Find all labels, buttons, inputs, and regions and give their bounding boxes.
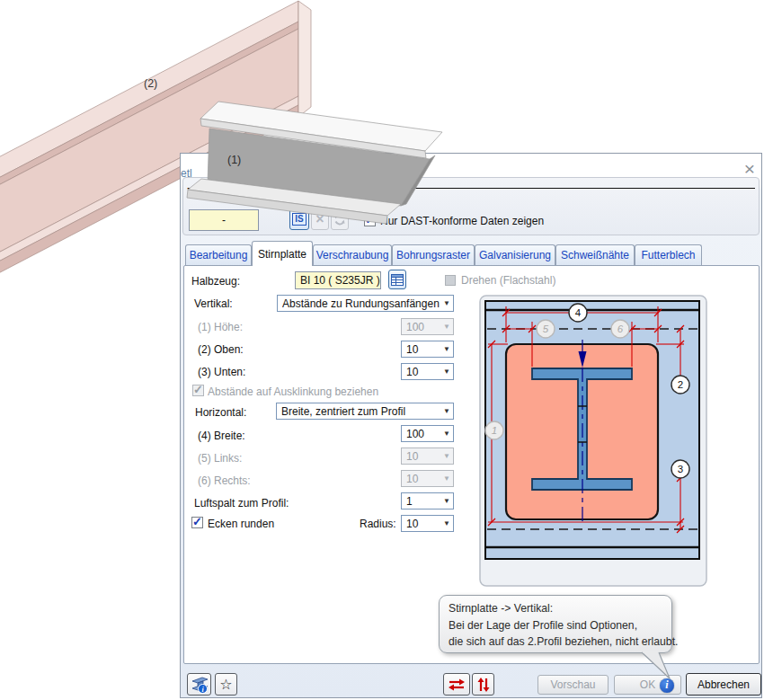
links-label: (5) Links: xyxy=(198,452,242,465)
swap-vertical-button[interactable] xyxy=(472,673,494,696)
svg-text:5: 5 xyxy=(543,323,549,334)
close-icon[interactable] xyxy=(742,162,758,178)
table-icon xyxy=(391,274,404,286)
chevron-down-icon xyxy=(443,474,450,483)
oben-select[interactable]: 10 xyxy=(401,341,454,358)
beam-1-3d-view: (1) xyxy=(175,90,454,234)
callout-4: 4 xyxy=(569,304,587,322)
svg-text:6: 6 xyxy=(617,323,624,334)
luftspalt-label: Luftspalt zum Profil: xyxy=(194,497,289,509)
svg-text:1: 1 xyxy=(492,425,497,436)
breite-select[interactable]: 100 xyxy=(401,425,454,442)
abbrechen-button[interactable]: Abbrechen xyxy=(686,673,761,696)
halbzeug-field[interactable]: BI 10 ( S235JR ) xyxy=(295,271,381,289)
horizontal-label: Horizontal: xyxy=(195,406,246,419)
tab-futterblech[interactable]: Futterblech xyxy=(635,244,702,265)
breite-label: (4) Breite: xyxy=(198,430,245,442)
drehen-checkbox[interactable] xyxy=(445,275,456,286)
halbzeug-label: Halbzeug: xyxy=(191,275,240,288)
chevron-down-icon xyxy=(443,452,450,460)
luftspalt-select[interactable]: 1 xyxy=(401,492,454,509)
vertikal-label: Vertikal: xyxy=(194,297,233,310)
callout-5: 5 xyxy=(537,320,555,338)
rechts-label: (6) Rechts: xyxy=(198,474,251,487)
validation-tooltip: Stirnplatte -> Vertikal: Bei der Lage de… xyxy=(439,595,672,653)
tab-galvanisierung[interactable]: Galvanisierung xyxy=(475,244,555,265)
radius-select[interactable]: 10 xyxy=(401,515,454,532)
svg-text:2: 2 xyxy=(678,379,683,390)
star-icon xyxy=(219,678,232,692)
tooltip-tail xyxy=(629,647,683,683)
hoehe-label: (1) Höhe: xyxy=(198,321,243,333)
links-select: 10 xyxy=(401,447,454,465)
hoehe-select: 100 xyxy=(401,318,454,335)
ausklinkung-checkbox xyxy=(192,385,204,396)
chevron-down-icon xyxy=(443,345,450,353)
beam-info-icon: i xyxy=(191,676,209,694)
radius-label: Radius: xyxy=(360,518,396,530)
unten-label: (3) Unten: xyxy=(198,366,245,378)
rechts-select: 10 xyxy=(401,470,454,487)
chevron-down-icon xyxy=(443,430,450,438)
ausklinkung-label: Abstände auf Ausklinkung beziehen xyxy=(208,385,378,398)
tab-schweissnaehte[interactable]: Schweißnähte xyxy=(555,244,635,265)
swap-horizontal-button[interactable] xyxy=(443,673,470,696)
halbzeug-browse-button[interactable] xyxy=(388,270,406,289)
endplate-preview-diagram: 4 5 6 2 1 3 xyxy=(479,295,707,587)
drehen-label: Drehen (Flachstahl) xyxy=(461,274,555,287)
oben-label: (2) Oben: xyxy=(198,343,244,356)
screen: (2) etl DAST - IS Nur DAST-konforme Da xyxy=(0,0,764,700)
tooltip-line-1: Stirnplatte -> Vertikal: xyxy=(449,600,671,617)
ecken-runden-checkbox[interactable] xyxy=(191,517,203,528)
swap-horizontal-icon xyxy=(448,678,466,692)
callout-6: 6 xyxy=(611,320,629,338)
svg-text:4: 4 xyxy=(575,307,582,318)
chevron-down-icon xyxy=(443,519,450,527)
swap-vertical-icon xyxy=(476,677,491,693)
vorschau-button[interactable]: Vorschau xyxy=(537,675,609,695)
favorites-button[interactable] xyxy=(215,673,237,696)
halbzeug-value: BI 10 ( S235JR ) xyxy=(296,274,380,287)
tooltip-line-2: Bei der Lage der Profile sind Optionen, xyxy=(449,617,671,634)
chevron-down-icon xyxy=(443,323,450,331)
horizontal-select[interactable]: Breite, zentriert zum Profil xyxy=(276,403,454,420)
unten-select[interactable]: 10 xyxy=(401,363,454,380)
tab-bohrungsraster[interactable]: Bohrungsraster xyxy=(392,244,475,265)
callout-1: 1 xyxy=(485,421,503,439)
tab-verschraubung[interactable]: Verschraubung xyxy=(313,244,392,265)
callout-3: 3 xyxy=(671,460,689,478)
part-info-button[interactable]: i xyxy=(187,673,211,696)
tab-bearbeitung[interactable]: Bearbeitung xyxy=(185,244,252,265)
chevron-down-icon xyxy=(443,497,450,505)
ecken-runden-label: Ecken runden xyxy=(208,518,274,530)
chevron-down-icon xyxy=(443,407,450,415)
vertikal-select[interactable]: Abstände zu Rundungsanfängen, xyxy=(277,295,454,312)
svg-text:3: 3 xyxy=(678,464,683,474)
chevron-down-icon xyxy=(443,299,450,307)
tab-stirnplatte[interactable]: Stirnplatte xyxy=(252,241,313,266)
callout-2: 2 xyxy=(671,376,689,394)
chevron-down-icon xyxy=(443,368,450,376)
beam-1-label: (1) xyxy=(227,154,241,166)
